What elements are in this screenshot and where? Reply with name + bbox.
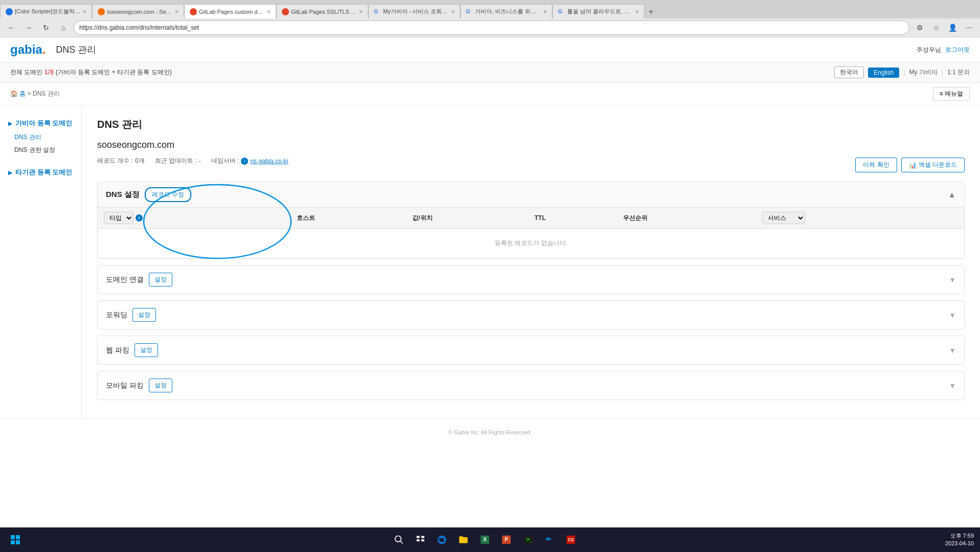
excel-download-button[interactable]: 📊 엑셀 다운로드 [901,158,965,172]
taskbar-vscode-icon[interactable] [540,531,559,533]
mobile-parking-section: 모바일 파킹 설정 ▼ [97,371,965,400]
taskbar-search-icon[interactable] [390,531,408,533]
more-button[interactable]: ⋯ [962,20,976,35]
breadcrumb-sep: > [28,90,33,97]
type-info-icon[interactable]: i [136,214,143,222]
web-parking-setting-button[interactable]: 설정 [135,343,158,357]
excel-label: 엑셀 다운로드 [919,161,957,169]
tab-5[interactable]: G My가비아 - 서비스 조회, 비용 총... × [368,4,460,18]
meta-last-update: 최근 업데이트 : - [155,157,201,165]
taskbar-edge-icon[interactable] [433,531,451,533]
priority-col-wrap: 우선순위 [623,214,749,223]
forwarding-setting-button[interactable]: 설정 [132,308,156,322]
home-button[interactable]: ⌂ [56,20,71,35]
tab-3-close[interactable]: × [267,8,271,15]
sidebar-arrow-1: ▶ [8,121,12,126]
tab-6[interactable]: G 가비아, 비즈니스를 위한 IT : 도... × [460,4,552,18]
tab-7-icon: G [558,8,565,15]
domain-connect-section: 도메인 연결 설정 ▼ [97,265,965,294]
dns-setting-label: DNS 설정 [106,190,140,200]
meta-nameserver: 네임서버 : i ns.gabia.co.kr [211,157,288,165]
tab-1-close[interactable]: × [83,8,86,15]
tab-6-close[interactable]: × [543,8,547,15]
forwarding-collapse-button[interactable]: ▼ [949,311,956,319]
sub-header: 전체 도메인 1개 (가비아 등록 도메인 + 타기관 등록 도메인) 한국어 … [0,62,980,83]
mobile-parking-collapse-button[interactable]: ▼ [949,382,956,390]
no-data-row: 등록된 레코드가 없습니다. [98,229,964,258]
tab-7-close[interactable]: × [635,8,639,15]
lang-ko-button[interactable]: 한국어 [834,67,864,78]
sidebar-external-domains-title[interactable]: ▶ 타기관 등록 도메인 [0,165,81,180]
tab-1-title: [Color Scripter]코드블럭을 HTM [15,8,81,15]
nameserver-info-icon[interactable]: i [241,158,248,165]
tab-6-icon: G [466,8,473,15]
tab-3[interactable]: GitLab Pages custom domains × [184,4,276,18]
col-service: 서비스 [756,208,964,229]
tab-1[interactable]: [Color Scripter]코드블럭을 HTM × [0,4,92,18]
lang-en-button[interactable]: English [868,68,899,78]
separator1: | [903,69,905,76]
tab-5-close[interactable]: × [451,8,455,15]
support-link[interactable]: 1:1 문의 [947,68,970,77]
reload-button[interactable]: ↻ [39,20,53,35]
address-bar-input[interactable] [74,20,909,35]
sidebar-section-external: ▶ 타기관 등록 도메인 [0,165,81,180]
tab-4[interactable]: GitLab Pages SSL/TLS certificati... × [276,4,368,18]
type-filter-select[interactable]: 타입 [104,212,133,224]
forwarding-section: 포워딩 설정 ▼ [97,300,965,329]
domain-connect-title: 도메인 연결 설정 [106,273,172,286]
tab-2-title: sooseongcom.com - Settings - S [107,9,173,15]
taskbar-explorer-icon[interactable] [454,531,473,533]
domain-connect-setting-button[interactable]: 설정 [149,273,172,286]
sub-header-right: 한국어 English | My 가비아 | 1:1 문의 [834,67,970,78]
page-footer: © Gabia Inc. All Rights Reserved. [0,418,980,446]
sidebar-section-gabia: ▶ 가비아 등록 도메인 DNS 관리 DNS 권한 설정 [0,116,81,157]
my-gabia-link[interactable]: My 가비아 [909,68,938,77]
breadcrumb-home-link[interactable]: 홈 [19,90,26,97]
col-ttl: TTL [528,208,617,229]
sidebar-gabia-domains-title[interactable]: ▶ 가비아 등록 도메인 [0,116,81,131]
sidebar: ▶ 가비아 등록 도메인 DNS 관리 DNS 권한 설정 ▶ 타기관 등록 도… [0,105,82,418]
page-heading: DNS 관리 [56,43,96,56]
forwarding-header: 포워딩 설정 ▼ [98,301,964,329]
mobile-parking-setting-button[interactable]: 설정 [149,379,172,392]
web-parking-section: 웹 파킹 설정 ▼ [97,336,965,365]
header-logout-link[interactable]: 로그아웃 [945,46,970,54]
forward-button[interactable]: → [21,20,36,35]
address-bar-row: ← → ↻ ⌂ ⚙ ☆ 👤 ⋯ [0,18,980,37]
new-tab-button[interactable]: + [644,5,657,18]
record-edit-button[interactable]: 레코드 수정 [145,187,191,202]
extensions-button[interactable]: ⚙ [912,20,927,35]
nameserver-value[interactable]: ns.gabia.co.kr [250,158,288,165]
tab-4-close[interactable]: × [359,8,363,15]
bookmark-button[interactable]: ☆ [929,20,943,35]
tab-7[interactable]: G 툴을 넘어 클라우드로, 가비아 × [552,4,644,18]
tab-bar: [Color Scripter]코드블럭을 HTM × sooseongcom.… [0,0,980,18]
dns-section-collapse-button[interactable]: ▲ [948,190,956,200]
taskbar-terminal-icon[interactable]: >_ [519,531,537,533]
sidebar-item-dns-mgmt[interactable]: DNS 관리 [0,131,81,144]
service-filter-select[interactable]: 서비스 [762,212,805,224]
start-button[interactable] [6,531,25,533]
header-username: 주성우님 [917,46,941,54]
taskbar-taskview-icon[interactable] [411,531,430,533]
tab-2[interactable]: sooseongcom.com - Settings - S × [92,4,184,18]
sidebar-item-dns-permission[interactable]: DNS 권한 설정 [0,144,81,157]
taskbar-excel-icon[interactable]: X [476,531,494,533]
domain-connect-collapse-button[interactable]: ▼ [949,276,956,284]
history-check-button[interactable]: 이력 확인 [855,158,897,172]
sidebar-external-label: 타기관 등록 도메인 [15,168,72,177]
tab-2-close[interactable]: × [175,8,179,15]
taskbar-powerpoint-icon[interactable]: P [497,531,516,533]
profile-button[interactable]: 👤 [945,20,960,35]
taskbar-codescripter-icon[interactable]: CS [562,531,580,533]
current-time: 오후 7:59 [945,532,974,533]
back-button[interactable]: ← [4,20,18,35]
manual-menu-button[interactable]: ≡ 메뉴얼 [933,87,970,101]
web-parking-collapse-button[interactable]: ▼ [949,346,956,355]
web-parking-label: 웹 파킹 [106,346,129,355]
separator2: | [942,69,943,76]
tab-2-icon [98,8,105,15]
domain-count: 1개 [44,69,54,76]
nameserver-label: 네임서버 : [211,157,239,165]
